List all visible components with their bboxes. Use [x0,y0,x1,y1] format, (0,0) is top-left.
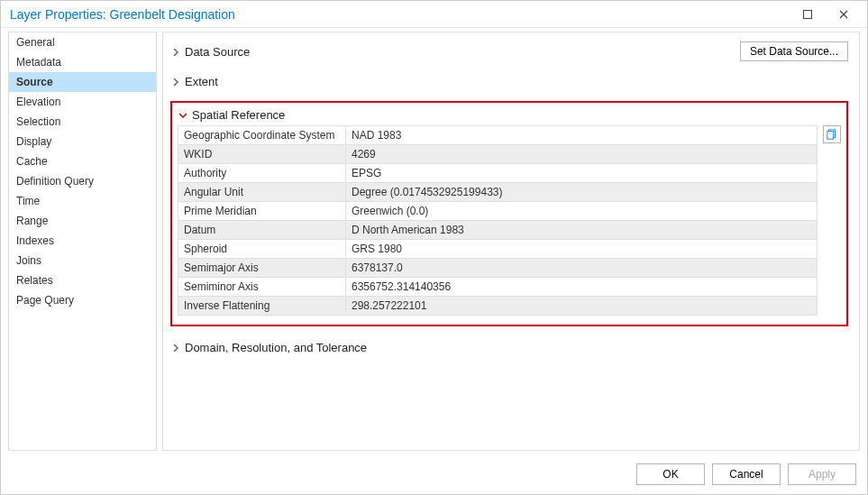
dialog-body: General Metadata Source Elevation Select… [1,28,867,454]
sidebar-item-elevation[interactable]: Elevation [9,92,156,112]
table-row: Semiminor Axis6356752.314140356 [178,278,818,297]
property-value: 298.257222101 [346,297,818,316]
copy-button[interactable] [823,125,841,143]
sidebar-item-page-query[interactable]: Page Query [9,290,156,310]
sidebar-item-range[interactable]: Range [9,211,156,231]
section-extent: Extent [170,71,848,92]
section-header-extent[interactable]: Extent [170,71,848,92]
property-value: Greenwich (0.0) [346,202,818,221]
ok-button[interactable]: OK [636,463,705,485]
property-value: GRS 1980 [346,240,818,259]
property-key: Semimajor Axis [178,259,346,278]
sidebar-item-metadata[interactable]: Metadata [9,52,156,72]
spatial-reference-highlight: Spatial Reference Geographic Coordinate … [170,101,848,326]
sidebar-item-time[interactable]: Time [9,191,156,211]
sidebar-item-joins[interactable]: Joins [9,251,156,270]
property-key: Authority [178,164,346,183]
sidebar-item-general[interactable]: General [9,32,156,52]
close-button[interactable] [826,1,862,28]
table-row: Inverse Flattening298.257222101 [178,297,818,316]
sidebar-item-indexes[interactable]: Indexes [9,231,156,251]
property-key: Prime Meridian [178,202,346,221]
section-title: Domain, Resolution, and Tolerance [185,341,367,354]
table-row: DatumD North American 1983 [178,221,818,240]
property-key: WKID [178,145,346,164]
section-title: Data Source [185,45,250,59]
content-pane: Set Data Source... Data Source Extent [162,32,860,451]
svg-rect-4 [827,132,834,140]
sidebar-item-display[interactable]: Display [9,132,156,151]
property-value: EPSG [346,164,818,183]
maximize-button[interactable] [790,1,826,28]
section-header-spatial-reference[interactable]: Spatial Reference [178,108,841,125]
sidebar-item-selection[interactable]: Selection [9,112,156,132]
table-row: WKID4269 [178,145,818,164]
sidebar-item-relates[interactable]: Relates [9,270,156,290]
sidebar-item-definition-query[interactable]: Definition Query [9,171,156,191]
sidebar: General Metadata Source Elevation Select… [8,32,157,451]
section-title: Spatial Reference [192,108,285,122]
table-row: AuthorityEPSG [178,164,818,183]
section-title: Extent [185,75,218,88]
window-title: Layer Properties: Greenbelt Designation [10,7,790,22]
chevron-right-icon [170,47,181,58]
dialog-footer: OK Cancel Apply [1,454,867,494]
property-key: Spheroid [178,240,346,259]
svg-rect-0 [804,10,812,18]
table-row: SpheroidGRS 1980 [178,240,818,259]
property-value: 4269 [346,145,818,164]
property-key: Inverse Flattening [178,297,346,316]
table-row: Semimajor Axis6378137.0 [178,259,818,278]
property-value: 6378137.0 [346,259,818,278]
property-value: 6356752.314140356 [346,278,818,297]
sidebar-item-cache[interactable]: Cache [9,151,156,171]
cancel-button[interactable]: Cancel [712,463,781,485]
section-domain: Domain, Resolution, and Tolerance [170,337,848,358]
property-key: Semiminor Axis [178,278,346,297]
titlebar: Layer Properties: Greenbelt Designation [1,1,867,28]
section-header-domain[interactable]: Domain, Resolution, and Tolerance [170,337,848,358]
property-key: Angular Unit [178,183,346,202]
property-value: D North American 1983 [346,221,818,240]
table-row: Prime MeridianGreenwich (0.0) [178,202,818,221]
property-key: Datum [178,221,346,240]
set-data-source-button[interactable]: Set Data Source... [740,41,848,61]
chevron-right-icon [170,343,181,353]
property-value: NAD 1983 [346,126,818,145]
dialog-window: Layer Properties: Greenbelt Designation … [0,0,868,495]
table-row: Geographic Coordinate SystemNAD 1983 [178,126,818,145]
chevron-right-icon [170,77,181,87]
table-row: Angular UnitDegree (0.0174532925199433) [178,183,818,202]
apply-button[interactable]: Apply [788,463,856,485]
property-key: Geographic Coordinate System [178,126,346,145]
spatial-reference-table: Geographic Coordinate SystemNAD 1983 WKI… [178,125,818,316]
sidebar-item-source[interactable]: Source [9,72,156,92]
spatial-reference-body: Geographic Coordinate SystemNAD 1983 WKI… [178,125,841,316]
chevron-down-icon [178,110,188,121]
property-value: Degree (0.0174532925199433) [346,183,818,202]
